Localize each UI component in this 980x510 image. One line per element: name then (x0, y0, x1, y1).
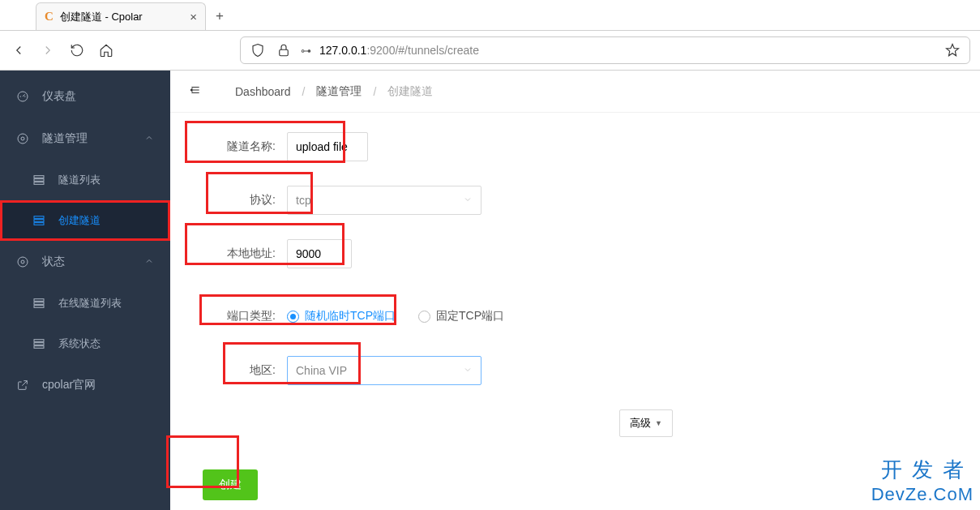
status-icon (16, 255, 31, 268)
grid-icon (32, 337, 47, 350)
region-select[interactable]: China VIP (287, 356, 481, 385)
svg-rect-15 (34, 340, 44, 342)
menu-toggle-icon[interactable] (188, 84, 203, 98)
radio-icon (418, 311, 430, 323)
sidebar-item-label: 创建隧道 (58, 213, 101, 228)
svg-rect-7 (34, 216, 44, 219)
svg-rect-4 (34, 176, 44, 178)
breadcrumb: Dashboard / 隧道管理 / 创建隧道 (170, 71, 980, 113)
port-type-label: 端口类型: (203, 309, 276, 324)
breadcrumb-separator: / (373, 85, 376, 98)
external-link-icon (16, 379, 31, 392)
key-icon: ⊶ (301, 45, 311, 57)
create-button[interactable]: 创建 (203, 469, 258, 500)
sidebar-item-label: 状态 (42, 255, 65, 269)
svg-rect-0 (280, 49, 289, 56)
protocol-value: tcp (296, 194, 311, 207)
local-addr-input[interactable] (287, 239, 352, 268)
tunnel-icon (16, 132, 31, 145)
grid-icon (32, 297, 47, 310)
sidebar-item-label: 在线隧道列表 (58, 296, 122, 311)
tunnel-form: 隧道名称: 协议: tcp 本地地址: 端口类型: 随机临 (170, 113, 980, 510)
radio-icon (287, 311, 299, 323)
sidebar-item-label: 系统状态 (58, 336, 101, 351)
sidebar-item-tunnel-mgmt[interactable]: 隧道管理 (0, 118, 170, 160)
svg-point-2 (18, 134, 28, 144)
advanced-label: 高级 (630, 416, 651, 431)
sidebar-item-online-tunnels[interactable]: 在线隧道列表 (0, 283, 170, 324)
shield-icon (249, 41, 267, 59)
sidebar: 仪表盘 隧道管理 隧道列表 创建隧道 状态 在线隧道列表 系统状态 (0, 71, 170, 510)
svg-rect-17 (34, 346, 44, 349)
back-button[interactable] (10, 41, 28, 59)
port-type-fixed-radio[interactable]: 固定TCP端口 (418, 309, 504, 324)
svg-rect-9 (34, 223, 44, 225)
svg-point-10 (18, 257, 28, 267)
dashboard-icon (16, 90, 31, 103)
sidebar-item-label: 隧道管理 (42, 131, 88, 146)
forward-button[interactable] (39, 41, 57, 59)
svg-rect-16 (34, 343, 44, 345)
url-text: 127.0.0.1:9200/#/tunnels/create (319, 44, 479, 57)
sidebar-item-label: cpolar官网 (42, 378, 96, 392)
address-bar[interactable]: ⊶ 127.0.0.1:9200/#/tunnels/create (240, 36, 970, 64)
local-addr-label: 本地地址: (203, 246, 276, 261)
watermark-bottom: DevZe.CoM (871, 484, 974, 505)
reload-button[interactable] (68, 41, 86, 59)
sidebar-item-label: 仪表盘 (42, 89, 76, 104)
watermark: 开发者 DevZe.CoM (871, 456, 974, 505)
tunnel-name-input[interactable] (287, 132, 368, 161)
chevron-down-icon (463, 364, 473, 377)
sidebar-item-label: 隧道列表 (58, 173, 101, 187)
breadcrumb-separator: / (302, 85, 306, 98)
region-label: 地区: (203, 363, 276, 378)
main-content: Dashboard / 隧道管理 / 创建隧道 隧道名称: 协议: tcp (170, 71, 980, 510)
home-button[interactable] (97, 41, 115, 59)
svg-point-11 (21, 260, 24, 264)
tab-title: 创建隧道 - Cpolar (60, 10, 143, 24)
chevron-up-icon (144, 132, 154, 145)
create-label: 创建 (219, 478, 242, 491)
region-value: China VIP (296, 364, 347, 377)
svg-rect-12 (34, 299, 44, 302)
protocol-select[interactable]: tcp (287, 186, 481, 215)
sidebar-item-create-tunnel[interactable]: 创建隧道 (0, 200, 170, 241)
tunnel-name-label: 隧道名称: (203, 139, 276, 154)
browser-tab[interactable]: C 创建隧道 - Cpolar × (36, 2, 206, 30)
chevron-down-icon (463, 194, 473, 207)
bookmark-star-icon[interactable] (944, 41, 961, 59)
close-tab-icon[interactable]: × (190, 10, 197, 24)
caret-down-icon: ▼ (655, 419, 662, 427)
protocol-label: 协议: (203, 193, 276, 208)
breadcrumb-dashboard[interactable]: Dashboard (235, 85, 291, 98)
breadcrumb-tunnel-mgmt[interactable]: 隧道管理 (316, 84, 362, 99)
port-type-random-radio[interactable]: 随机临时TCP端口 (287, 309, 396, 324)
svg-rect-13 (34, 302, 44, 305)
radio-label: 随机临时TCP端口 (305, 309, 396, 324)
radio-label: 固定TCP端口 (436, 309, 504, 324)
svg-rect-5 (34, 179, 44, 182)
breadcrumb-current: 创建隧道 (387, 84, 433, 99)
sidebar-item-status[interactable]: 状态 (0, 241, 170, 283)
sidebar-item-dashboard[interactable]: 仪表盘 (0, 75, 170, 118)
advanced-button[interactable]: 高级 ▼ (619, 409, 673, 437)
sidebar-item-tunnel-list[interactable]: 隧道列表 (0, 160, 170, 200)
sidebar-item-cpolar-site[interactable]: cpolar官网 (0, 364, 170, 406)
lock-icon (275, 41, 293, 59)
grid-icon (32, 174, 47, 186)
sidebar-item-sys-status[interactable]: 系统状态 (0, 324, 170, 364)
svg-rect-14 (34, 306, 44, 308)
grid-icon (32, 214, 47, 227)
svg-rect-6 (34, 182, 44, 185)
svg-rect-8 (34, 220, 44, 222)
new-tab-button[interactable]: + (206, 2, 233, 30)
svg-point-3 (21, 137, 24, 140)
favicon-icon: C (45, 10, 53, 24)
watermark-top: 开发者 (871, 456, 974, 484)
chevron-up-icon (144, 255, 154, 268)
